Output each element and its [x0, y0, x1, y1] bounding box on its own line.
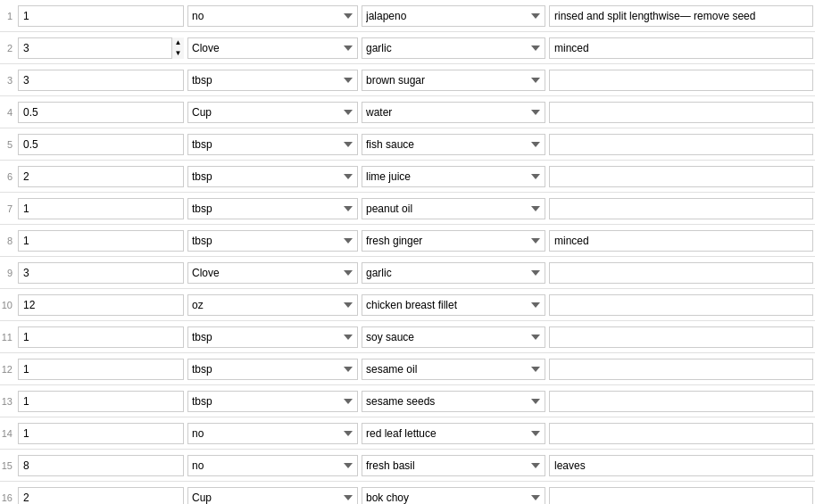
note-cell — [547, 294, 815, 316]
quantity-input[interactable] — [18, 423, 184, 444]
unit-select[interactable]: noClovetbspCupoztspgkgmll — [187, 102, 358, 123]
row-number: 13 — [0, 396, 16, 407]
quantity-input[interactable] — [18, 487, 184, 505]
unit-select[interactable]: noClovetbspCupoztspgkgmll — [187, 198, 358, 219]
ingredient-cell: jalapenogarlicbrown sugarwaterfish sauce… — [360, 359, 547, 380]
note-input[interactable] — [549, 5, 813, 27]
quantity-input[interactable] — [18, 102, 184, 123]
quantity-input[interactable] — [18, 5, 184, 27]
unit-select[interactable]: noClovetbspCupoztspgkgmll — [187, 262, 358, 284]
ingredient-select[interactable]: jalapenogarlicbrown sugarwaterfish sauce… — [362, 134, 545, 155]
table-row: 2▲▼noClovetbspCupoztspgkgmlljalapenogarl… — [0, 32, 815, 64]
ingredient-cell: jalapenogarlicbrown sugarwaterfish sauce… — [360, 70, 547, 91]
note-cell — [547, 166, 815, 187]
unit-cell: noClovetbspCupoztspgkgmll — [186, 70, 360, 91]
unit-cell: noClovetbspCupoztspgkgmll — [186, 198, 360, 219]
ingredient-select[interactable]: jalapenogarlicbrown sugarwaterfish sauce… — [362, 391, 545, 412]
table-row: 12noClovetbspCupoztspgkgmlljalapenogarli… — [0, 353, 815, 385]
note-input[interactable] — [549, 423, 813, 444]
note-input[interactable] — [549, 294, 813, 316]
note-input[interactable] — [549, 391, 813, 412]
note-cell — [547, 134, 815, 155]
quantity-cell — [16, 487, 186, 505]
unit-select[interactable]: noClovetbspCupoztspgkgmll — [187, 230, 358, 252]
quantity-input[interactable] — [18, 198, 184, 219]
ingredient-select[interactable]: jalapenogarlicbrown sugarwaterfish sauce… — [362, 102, 545, 123]
quantity-input[interactable] — [18, 70, 184, 91]
quantity-input[interactable] — [18, 37, 184, 59]
unit-cell: noClovetbspCupoztspgkgmll — [186, 5, 360, 27]
quantity-input[interactable] — [18, 134, 184, 155]
ingredient-select[interactable]: jalapenogarlicbrown sugarwaterfish sauce… — [362, 423, 545, 444]
quantity-input[interactable] — [18, 326, 184, 348]
unit-select[interactable]: noClovetbspCupoztspgkgmll — [187, 37, 358, 59]
note-input[interactable] — [549, 70, 813, 91]
unit-cell: noClovetbspCupoztspgkgmll — [186, 102, 360, 123]
note-input[interactable] — [549, 455, 813, 476]
unit-cell: noClovetbspCupoztspgkgmll — [186, 359, 360, 380]
ingredient-select[interactable]: jalapenogarlicbrown sugarwaterfish sauce… — [362, 487, 545, 505]
quantity-cell — [16, 455, 186, 476]
quantity-input[interactable] — [18, 391, 184, 412]
quantity-input[interactable] — [18, 359, 184, 380]
table-row: 4noClovetbspCupoztspgkgmlljalapenogarlic… — [0, 96, 815, 128]
note-input[interactable] — [549, 198, 813, 219]
unit-select[interactable]: noClovetbspCupoztspgkgmll — [187, 70, 358, 91]
row-number: 8 — [0, 235, 16, 246]
row-number: 16 — [0, 492, 16, 503]
unit-select[interactable]: noClovetbspCupoztspgkgmll — [187, 391, 358, 412]
ingredient-cell: jalapenogarlicbrown sugarwaterfish sauce… — [360, 198, 547, 219]
quantity-cell — [16, 198, 186, 219]
note-cell — [547, 37, 815, 59]
unit-select[interactable]: noClovetbspCupoztspgkgmll — [187, 166, 358, 187]
spinner-down-button[interactable]: ▼ — [172, 48, 184, 59]
ingredient-cell: jalapenogarlicbrown sugarwaterfish sauce… — [360, 487, 547, 505]
ingredient-select[interactable]: jalapenogarlicbrown sugarwaterfish sauce… — [362, 262, 545, 284]
unit-select[interactable]: noClovetbspCupoztspgkgmll — [187, 134, 358, 155]
note-input[interactable] — [549, 230, 813, 252]
unit-cell: noClovetbspCupoztspgkgmll — [186, 326, 360, 348]
ingredient-select[interactable]: jalapenogarlicbrown sugarwaterfish sauce… — [362, 5, 545, 27]
quantity-cell — [16, 294, 186, 316]
spinner-up-button[interactable]: ▲ — [172, 37, 184, 48]
quantity-input[interactable] — [18, 455, 184, 476]
table-row: 14noClovetbspCupoztspgkgmlljalapenogarli… — [0, 417, 815, 450]
unit-select[interactable]: noClovetbspCupoztspgkgmll — [187, 326, 358, 348]
note-cell — [547, 230, 815, 252]
note-input[interactable] — [549, 262, 813, 284]
ingredient-select[interactable]: jalapenogarlicbrown sugarwaterfish sauce… — [362, 230, 545, 252]
quantity-cell — [16, 166, 186, 187]
ingredient-select[interactable]: jalapenogarlicbrown sugarwaterfish sauce… — [362, 359, 545, 380]
ingredient-select[interactable]: jalapenogarlicbrown sugarwaterfish sauce… — [362, 294, 545, 316]
note-cell — [547, 455, 815, 476]
note-input[interactable] — [549, 326, 813, 348]
ingredient-select[interactable]: jalapenogarlicbrown sugarwaterfish sauce… — [362, 166, 545, 187]
table-row: 13noClovetbspCupoztspgkgmlljalapenogarli… — [0, 385, 815, 417]
ingredient-select[interactable]: jalapenogarlicbrown sugarwaterfish sauce… — [362, 455, 545, 476]
note-input[interactable] — [549, 134, 813, 155]
unit-select[interactable]: noClovetbspCupoztspgkgmll — [187, 487, 358, 505]
unit-select[interactable]: noClovetbspCupoztspgkgmll — [187, 455, 358, 476]
quantity-input[interactable] — [18, 230, 184, 252]
quantity-input[interactable] — [18, 262, 184, 284]
note-input[interactable] — [549, 102, 813, 123]
table-row: 8noClovetbspCupoztspgkgmlljalapenogarlic… — [0, 225, 815, 257]
ingredient-select[interactable]: jalapenogarlicbrown sugarwaterfish sauce… — [362, 198, 545, 219]
quantity-input[interactable] — [18, 294, 184, 316]
ingredient-select[interactable]: jalapenogarlicbrown sugarwaterfish sauce… — [362, 326, 545, 348]
note-input[interactable] — [549, 359, 813, 380]
unit-select[interactable]: noClovetbspCupoztspgkgmll — [187, 5, 358, 27]
table-row: 3noClovetbspCupoztspgkgmlljalapenogarlic… — [0, 64, 815, 96]
unit-select[interactable]: noClovetbspCupoztspgkgmll — [187, 359, 358, 380]
unit-select[interactable]: noClovetbspCupoztspgkgmll — [187, 423, 358, 444]
quantity-input[interactable] — [18, 166, 184, 187]
note-input[interactable] — [549, 487, 813, 505]
note-input[interactable] — [549, 166, 813, 187]
unit-select[interactable]: noClovetbspCupoztspgkgmll — [187, 294, 358, 316]
ingredient-select[interactable]: jalapenogarlicbrown sugarwaterfish sauce… — [362, 70, 545, 91]
table-row: 11noClovetbspCupoztspgkgmlljalapenogarli… — [0, 321, 815, 353]
table-row: 15noClovetbspCupoztspgkgmlljalapenogarli… — [0, 450, 815, 482]
note-cell — [547, 391, 815, 412]
ingredient-select[interactable]: jalapenogarlicbrown sugarwaterfish sauce… — [362, 37, 545, 59]
note-input[interactable] — [549, 37, 813, 59]
